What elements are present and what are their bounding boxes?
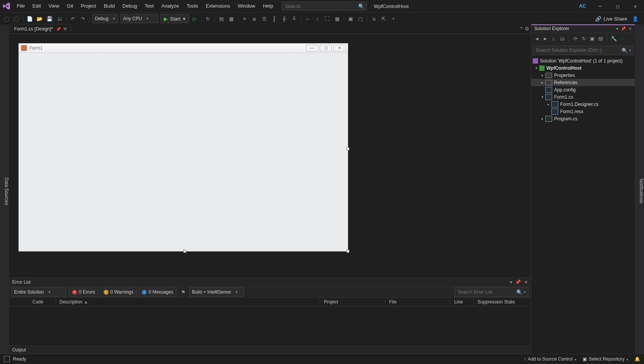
solexp-switch-icon[interactable]: 🗂 [559,35,566,42]
size-icon[interactable]: ⛶ [323,14,332,23]
solution-explorer-search-input[interactable] [535,47,622,53]
start-nodbg-icon[interactable]: ▷ [191,14,199,23]
resize-handle-bottom[interactable] [183,250,186,253]
solexp-fwd-icon[interactable]: ► [542,35,549,42]
save-all-icon[interactable]: 🗂 [55,14,64,23]
add-source-control-button[interactable]: ↑ Add to Source Control ▴ [524,356,577,362]
expander-icon[interactable]: ▾ [540,95,545,99]
notifications-bell-icon[interactable]: 🔔 [634,356,640,362]
error-col-description[interactable]: Description ▲ [56,298,320,306]
right-rail-notifications[interactable]: Notifications [635,24,644,354]
menu-help[interactable]: Help [259,0,277,12]
menu-extensions[interactable]: Extensions [202,0,234,12]
menu-window[interactable]: Window [234,0,259,12]
tree-references-node[interactable]: ▸ References [531,79,635,86]
undo-icon[interactable]: ↶ [69,14,77,23]
send-back-icon[interactable]: ▢ [356,14,365,23]
search-dropdown-icon[interactable]: ▾ [629,48,631,52]
form-preview[interactable]: Form1 — ▢ ✕ [18,43,348,252]
title-search-input[interactable] [284,3,358,10]
menu-analyze[interactable]: Analyze [157,0,183,12]
solution-explorer-search[interactable]: 🔍 ▾ [532,45,634,55]
error-list-search-input[interactable] [457,289,516,295]
expander-icon[interactable]: ▸ [540,80,545,85]
align-bottom-icon[interactable]: ╨ [290,14,298,23]
select-repository-button[interactable]: ▣ Select Repository ▴ [583,356,628,362]
new-project-icon[interactable]: 📄 [26,14,34,23]
overflow-icon[interactable]: ▾ [389,14,398,23]
expander-icon[interactable]: ▸ [540,73,545,77]
error-scope-combo[interactable]: Entire Solution▼ [11,287,66,297]
tree-program-node[interactable]: ▸ Program.cs [531,115,635,122]
menu-debug[interactable]: Debug [119,0,141,12]
solexp-collapse-icon[interactable]: ▣ [589,35,596,42]
align-middle-icon[interactable]: ╫ [280,14,288,23]
tree-project-node[interactable]: ▾ WpfControlHost [531,64,635,72]
align-top-icon[interactable]: ║ [270,14,279,23]
solexp-preview-icon[interactable]: ·· [619,35,626,42]
document-tab[interactable]: Form1.cs [Design]* 📌 ✕ [11,24,71,34]
start-debug-button[interactable]: ▶Start▾ [160,14,189,23]
output-panel-tab[interactable]: Output [9,345,531,354]
vspace-icon[interactable]: ↕ [313,14,322,23]
nav-back-icon[interactable]: ◯ [2,14,11,23]
align-left-icon[interactable]: ≡ [240,14,249,23]
tab-dropdown-icon[interactable]: ▾ [521,26,522,32]
tree-form1-designer-node[interactable]: ▸ Form1.Designer.cs [531,101,635,108]
search-dropdown-icon[interactable]: ▾ [524,290,526,294]
tree-solution-node[interactable]: Solution 'WpfControlHost' (1 of 1 projec… [531,57,635,64]
align-right-icon[interactable]: ☰ [260,14,269,23]
config-combo[interactable]: Debug▼ [92,14,118,23]
tree-form1-resx-node[interactable]: Form1.resx [531,108,635,115]
tree-form1-node[interactable]: ▾ Form1.cs [531,93,635,101]
solution-explorer-header[interactable]: Solution Explorer ▾ 📌 ✕ [531,24,635,33]
tree-properties-node[interactable]: ▸ Properties [531,72,635,79]
warnings-filter-button[interactable]: !0 Warnings [100,287,137,297]
solexp-showall-icon[interactable]: ▤ [597,35,604,42]
clear-filter-icon[interactable]: ⚑ [179,288,187,296]
bring-front-icon[interactable]: ▣ [346,14,355,23]
error-col-project[interactable]: Project [320,298,385,306]
layout-icon-2[interactable]: ▦ [227,14,235,23]
platform-combo[interactable]: Any CPU▼ [120,14,159,23]
feedback-icon[interactable]: 👤 [631,14,639,23]
tree-appconfig-node[interactable]: App.config [531,86,635,93]
messages-filter-button[interactable]: i0 Messages [138,287,177,297]
step-icon[interactable]: ↻ [204,14,212,23]
errors-filter-button[interactable]: ✕0 Errors [69,287,99,297]
window-minimize-button[interactable]: ─ [591,0,609,12]
menu-project[interactable]: Project [77,0,100,12]
grid-icon[interactable]: ▦ [333,14,341,23]
user-badge[interactable]: AC [579,3,586,9]
error-col-code[interactable]: Code [29,298,56,306]
error-list-dropdown-icon[interactable]: ▾ [510,279,512,285]
solexp-pin-icon[interactable]: 📌 [621,26,626,31]
solexp-sync-icon[interactable]: ⟳ [572,35,579,42]
solexp-refresh-icon[interactable]: ↻ [580,35,587,42]
error-col-line[interactable]: Line [450,298,474,306]
title-search[interactable]: 🔍 [282,2,367,11]
error-col-suppression[interactable]: Suppression State [474,298,531,306]
live-share-button[interactable]: 🔗 Live Share [595,16,627,22]
align-center-icon[interactable]: ≣ [250,14,259,23]
resize-handle-right[interactable] [346,147,349,150]
close-tab-icon[interactable]: ✕ [63,26,67,32]
tab-order-icon[interactable]: ⇲ [370,14,378,23]
menu-build[interactable]: Build [100,0,119,12]
solexp-home-icon[interactable]: ⌂ [550,35,557,42]
menu-view[interactable]: View [45,0,63,12]
solexp-properties-icon[interactable]: 🔧 [610,35,617,42]
form-designer-surface[interactable]: Form1 — ▢ ✕ [9,34,531,278]
error-list-pin-icon[interactable]: 📌 [515,279,521,285]
left-rail-data-sources[interactable]: Data Sources [0,24,9,354]
expander-icon[interactable]: ▸ [546,102,551,106]
expander-icon[interactable]: ▾ [533,66,539,70]
status-icon[interactable] [4,356,10,362]
save-icon[interactable]: 💾 [45,14,54,23]
hspace-icon[interactable]: ↔ [303,14,312,23]
error-list-header[interactable]: Error List ▾ 📌 ✕ [9,278,531,287]
resize-handle-corner[interactable] [346,250,349,253]
solexp-back-icon[interactable]: ◄ [533,35,540,42]
layout-icon-1[interactable]: ▤ [217,14,226,23]
open-file-icon[interactable]: 📂 [35,14,44,23]
